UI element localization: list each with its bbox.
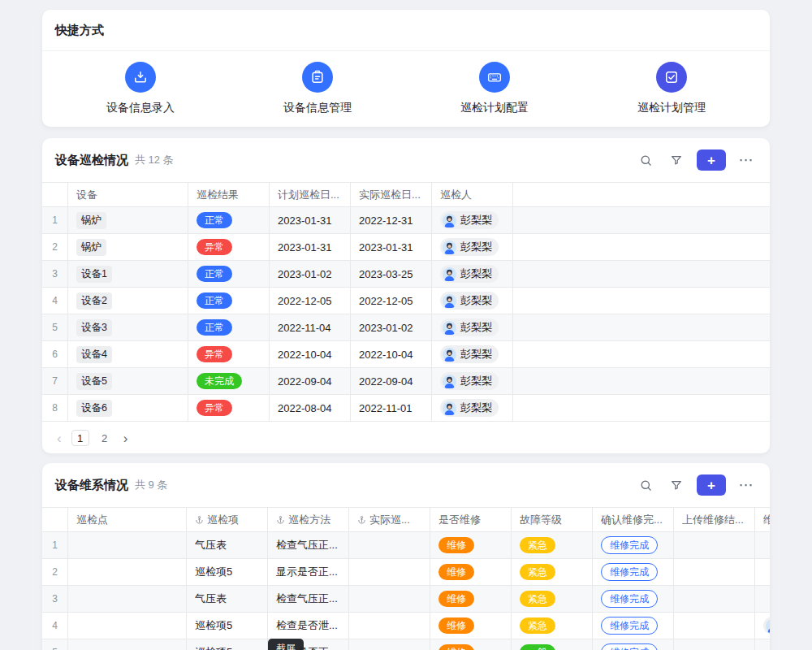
device-tag: 设备6 (76, 400, 112, 417)
next-page-button[interactable]: › (120, 431, 132, 445)
avatar (443, 348, 456, 362)
shortcut-inspection-plan-manage[interactable]: 巡检计划管理 (583, 62, 760, 115)
column-header-device[interactable]: 设备 (68, 183, 188, 206)
cell-actual: 2023-01-02 (351, 314, 432, 340)
page-button-2[interactable]: 2 (96, 430, 114, 446)
shortcut-label: 设备信息录入 (106, 101, 175, 115)
row-filler (513, 288, 770, 314)
inspection-table: 设备巡检结果计划巡检日...实际巡检日...巡检人1锅炉正常2023-01-31… (42, 182, 770, 422)
shortcut-device-info-entry[interactable]: 设备信息录入 (52, 62, 229, 115)
cell-inspector: 彭梨梨 (432, 368, 513, 394)
status-badge: 紧急 (520, 564, 555, 580)
table-row[interactable]: 2锅炉异常2023-01-312023-01-31彭梨梨 (42, 234, 770, 261)
person-name: 彭梨梨 (460, 320, 492, 335)
table-row[interactable]: 6设备4异常2022-10-042022-10-04彭梨梨 (42, 341, 770, 368)
header-filler (513, 183, 770, 206)
status-badge: 正常 (197, 212, 232, 228)
row-number: 4 (42, 613, 68, 639)
column-header-upload[interactable]: 上传维修结... (674, 508, 755, 531)
cell-confirm: 维修完成 (593, 586, 674, 612)
table-row[interactable]: 1锅炉正常2023-01-312022-12-31彭梨梨 (42, 207, 770, 234)
table-row[interactable]: 5巡检项5显示是否正...维修一般维修完成 (42, 639, 770, 650)
column-header-confirm[interactable]: 确认维修完... (593, 508, 674, 531)
cell-result: 正常 (188, 261, 270, 287)
table-row[interactable]: 7设备5未完成2022-09-042022-09-04彭梨梨 (42, 368, 770, 395)
cell-actual: 2022-12-31 (351, 207, 432, 233)
cell-inspector: 彭梨梨 (432, 341, 513, 367)
cell-upload (674, 639, 755, 650)
page-button-1[interactable]: 1 (71, 430, 89, 446)
table-row[interactable]: 8设备6异常2022-08-042022-11-01彭梨梨 (42, 395, 770, 422)
status-badge: 紧急 (520, 591, 555, 607)
column-header-point[interactable]: 巡检点 (68, 508, 187, 531)
cell-point (68, 532, 187, 558)
column-label: 巡检方法 (288, 513, 330, 527)
row-number: 1 (42, 207, 68, 233)
inspection-title: 设备巡检情况 (55, 153, 128, 168)
column-label: 巡检项 (207, 513, 239, 527)
cell-extra: 彭梨梨 (755, 613, 770, 639)
table-row[interactable]: 3气压表检查气压正...维修紧急维修完成 (42, 586, 770, 613)
prev-page-button[interactable]: ‹ (54, 431, 65, 445)
row-number-header (42, 508, 68, 531)
row-number-header (42, 183, 68, 206)
cell-planned: 2022-08-04 (270, 395, 351, 421)
column-header-planned[interactable]: 计划巡检日... (270, 183, 351, 206)
filter-icon[interactable] (666, 474, 687, 496)
status-badge: 维修 (438, 537, 474, 553)
column-header-extra[interactable]: 维 (755, 508, 770, 531)
table-row[interactable]: 4巡检项5检查是否泄...维修紧急维修完成彭梨梨 (42, 613, 770, 639)
cell-method: 检查气压正... (268, 586, 349, 612)
cell-point (68, 559, 187, 585)
column-header-actual[interactable]: 实际巡... (349, 508, 430, 531)
shortcut-inspection-plan-config[interactable]: 巡检计划配置 (406, 62, 583, 115)
table-row[interactable]: 4设备2正常2022-12-052022-12-05彭梨梨 (42, 288, 770, 314)
column-header-item[interactable]: 巡检项 (187, 508, 268, 531)
cell-device: 设备6 (68, 395, 188, 421)
column-header-actual[interactable]: 实际巡检日... (351, 183, 432, 206)
row-number: 8 (42, 395, 68, 421)
avatar (443, 294, 456, 308)
cell-method: 检查是否泄... (268, 613, 349, 639)
table-row[interactable]: 1气压表检查气压正...维修紧急维修完成 (42, 532, 770, 559)
status-badge: 正常 (197, 266, 232, 282)
person-name: 彭梨梨 (460, 374, 492, 388)
cell-planned: 2022-11-04 (270, 314, 351, 340)
cell-actual (349, 613, 430, 639)
cell-device: 锅炉 (68, 234, 188, 260)
status-badge: 一般 (520, 644, 555, 650)
cell-level: 紧急 (512, 532, 593, 558)
search-icon[interactable] (635, 150, 656, 171)
inspection-actions: + ⋯ (635, 150, 757, 171)
cell-planned: 2022-12-05 (270, 288, 351, 314)
avatar (766, 619, 770, 633)
person-name: 彭梨梨 (460, 213, 492, 228)
column-header-inspector[interactable]: 巡检人 (432, 183, 513, 206)
table-row[interactable]: 5设备3正常2022-11-042023-01-02彭梨梨 (42, 314, 770, 341)
shortcut-device-info-manage[interactable]: 设备信息管理 (229, 62, 406, 115)
column-header-repair[interactable]: 是否维修 (430, 508, 512, 531)
person-chip: 彭梨梨 (440, 211, 499, 229)
more-icon[interactable]: ⋯ (736, 150, 757, 171)
cell-inspector: 彭梨梨 (432, 234, 513, 260)
column-header-level[interactable]: 故障等级 (512, 508, 593, 531)
more-icon[interactable]: ⋯ (736, 474, 757, 496)
shortcut-label: 巡检计划配置 (460, 101, 529, 115)
table-row[interactable]: 3设备1正常2023-01-022023-03-25彭梨梨 (42, 261, 770, 288)
row-number: 5 (42, 639, 68, 650)
cell-upload (674, 532, 755, 558)
status-badge: 维修完成 (601, 590, 658, 608)
column-header-result[interactable]: 巡检结果 (188, 183, 270, 206)
cell-point (68, 613, 187, 639)
search-icon[interactable] (635, 474, 656, 496)
add-record-button[interactable]: + (697, 150, 726, 171)
check-square-icon (656, 62, 687, 93)
status-badge: 紧急 (520, 537, 555, 553)
add-record-button[interactable]: + (697, 474, 726, 496)
cell-item: 巡检项5 (187, 613, 268, 639)
column-header-method[interactable]: 巡检方法 (268, 508, 349, 531)
filter-icon[interactable] (666, 150, 687, 171)
cell-actual (349, 532, 430, 558)
cell-repair: 维修 (430, 532, 512, 558)
table-row[interactable]: 2巡检项5显示是否正...维修紧急维修完成 (42, 559, 770, 586)
